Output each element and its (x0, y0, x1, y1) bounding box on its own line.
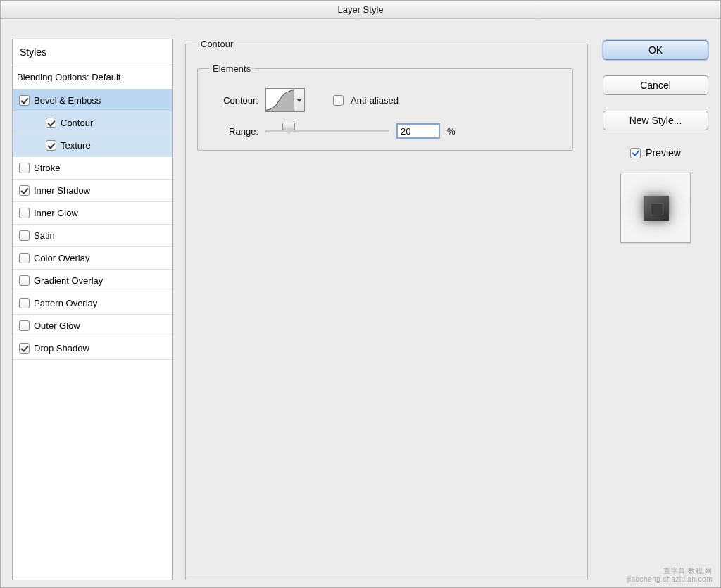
anti-aliased-checkbox[interactable] (333, 95, 344, 106)
style-checkbox[interactable] (19, 208, 30, 218)
style-item-label: Bevel & Emboss (34, 95, 101, 106)
style-checkbox[interactable] (19, 95, 30, 106)
preview-toggle-row: Preview (630, 147, 681, 158)
anti-aliased-label: Anti-aliased (351, 95, 399, 106)
cancel-button[interactable]: Cancel (603, 75, 708, 95)
contour-picker[interactable] (265, 88, 305, 112)
right-column: OK Cancel New Style... Preview (601, 39, 710, 580)
style-item-label: Contour (61, 118, 93, 128)
style-item-label: Satin (34, 230, 55, 241)
style-item-outer-glow[interactable]: Outer Glow (13, 315, 172, 337)
preview-checkbox[interactable] (630, 148, 641, 158)
style-item-drop-shadow[interactable]: Drop Shadow (13, 337, 172, 360)
style-checkbox[interactable] (19, 163, 30, 173)
style-item-label: Stroke (34, 163, 61, 173)
new-style-button[interactable]: New Style... (603, 111, 708, 130)
elements-group: Elements Contour: (197, 63, 573, 151)
style-item-label: Color Overlay (34, 253, 89, 263)
style-checkbox[interactable] (46, 140, 56, 151)
style-item-pattern-overlay[interactable]: Pattern Overlay (13, 292, 172, 315)
contour-group: Contour Elements Contour: (185, 39, 588, 580)
range-input[interactable] (396, 123, 440, 139)
style-item-label: Outer Glow (34, 320, 80, 331)
chevron-down-icon[interactable] (294, 89, 304, 111)
styles-panel: Styles Blending Options: Default Bevel &… (12, 39, 173, 580)
style-item-label: Texture (61, 140, 91, 151)
style-checkbox[interactable] (19, 253, 30, 263)
style-item-contour[interactable]: Contour (13, 112, 172, 135)
style-item-bevel-emboss[interactable]: Bevel & Emboss (13, 89, 172, 112)
window-title: Layer Style (1, 1, 720, 19)
style-item-texture[interactable]: Texture (13, 135, 172, 157)
content-area: Styles Blending Options: Default Bevel &… (1, 19, 720, 587)
style-checkbox[interactable] (19, 185, 30, 196)
styles-header[interactable]: Styles (13, 39, 172, 65)
range-row: Range: % (209, 123, 561, 139)
style-checkbox[interactable] (19, 275, 30, 286)
style-item-label: Gradient Overlay (34, 275, 103, 286)
style-checkbox[interactable] (19, 230, 30, 241)
style-item-inner-shadow[interactable]: Inner Shadow (13, 180, 172, 202)
range-slider[interactable] (265, 124, 389, 138)
ok-button[interactable]: OK (603, 40, 708, 60)
contour-group-title: Contour (197, 39, 237, 49)
range-unit: % (447, 126, 456, 137)
style-item-gradient-overlay[interactable]: Gradient Overlay (13, 270, 172, 292)
elements-group-title: Elements (209, 63, 254, 74)
blending-options-row[interactable]: Blending Options: Default (13, 65, 172, 89)
style-item-label: Pattern Overlay (34, 298, 97, 308)
preview-label: Preview (646, 147, 681, 158)
preview-swatch-icon (644, 196, 669, 221)
contour-curve-icon (266, 89, 294, 111)
style-item-label: Inner Shadow (34, 185, 90, 196)
contour-label: Contour: (209, 95, 258, 106)
style-item-inner-glow[interactable]: Inner Glow (13, 202, 172, 225)
style-checkbox[interactable] (19, 343, 30, 354)
style-item-color-overlay[interactable]: Color Overlay (13, 247, 172, 270)
style-item-stroke[interactable]: Stroke (13, 157, 172, 180)
style-checkbox[interactable] (19, 320, 30, 331)
preview-thumbnail (620, 173, 691, 243)
styles-list: Bevel & EmbossContourTextureStrokeInner … (13, 89, 172, 580)
style-item-label: Drop Shadow (34, 343, 89, 354)
main-area: Contour Elements Contour: (185, 39, 588, 580)
style-checkbox[interactable] (46, 118, 56, 128)
layer-style-window: Layer Style Styles Blending Options: Def… (0, 0, 721, 588)
style-item-label: Inner Glow (34, 208, 78, 218)
range-label: Range: (209, 126, 258, 137)
style-item-satin[interactable]: Satin (13, 225, 172, 247)
contour-row: Contour: Anti-alias (209, 88, 561, 112)
style-checkbox[interactable] (19, 298, 30, 308)
